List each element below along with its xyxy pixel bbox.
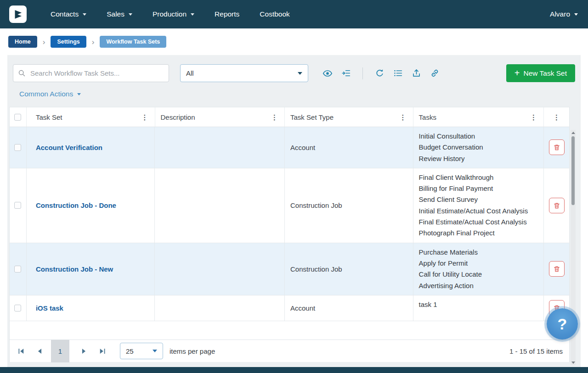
header-actions-cell: ⋮ — [544, 107, 569, 127]
export-icon[interactable] — [411, 68, 422, 79]
new-task-set-label: New Task Set — [524, 69, 567, 78]
column-menu-icon[interactable]: ⋮ — [269, 114, 280, 121]
breadcrumb-workflow-task-sets[interactable]: Workflow Task Sets — [100, 36, 166, 48]
table-row-construction-job-done: Construction Job - Done Construction Job… — [10, 168, 569, 243]
nav-item-label: Production — [153, 10, 187, 18]
column-header-task-set-type[interactable]: Task Set Type ⋮ — [285, 107, 413, 127]
first-page-button[interactable] — [15, 345, 27, 357]
current-page[interactable]: 1 — [51, 340, 69, 362]
column-header-task-set[interactable]: Task Set ⋮ — [27, 107, 155, 127]
task-set-cell: Construction Job - Done — [27, 168, 155, 243]
search-icon — [18, 69, 26, 77]
next-page-button[interactable] — [78, 345, 90, 357]
row-checkbox[interactable] — [14, 266, 21, 273]
column-title: Description — [161, 113, 195, 121]
brand-icon — [12, 8, 24, 20]
task-set-type-cell: Account — [285, 295, 413, 321]
top-navbar: Contacts Sales Production Reports Costbo… — [0, 0, 588, 28]
nav-item-sales[interactable]: Sales — [107, 10, 132, 18]
link-icon[interactable] — [429, 68, 440, 79]
task-set-cell: Account Verification — [27, 127, 155, 168]
new-task-set-button[interactable]: + New Task Set — [506, 64, 575, 82]
task-item: Final Estimate/Actual Cost Analysis — [419, 217, 531, 228]
chevron-down-icon — [191, 13, 194, 16]
page-size-dropdown[interactable]: 25 — [120, 343, 163, 359]
tasks-cell: Final Client WalkthroughBilling for Fina… — [413, 168, 544, 243]
breadcrumb-separator: › — [92, 38, 95, 46]
eye-icon[interactable] — [322, 68, 333, 79]
delete-button[interactable] — [549, 198, 565, 213]
table-row-ios-task: iOS task Account task 1 — [10, 295, 569, 321]
table-row-construction-job-new: Construction Job - New Construction Job … — [10, 243, 569, 295]
column-header-tasks[interactable]: Tasks ⋮ — [413, 107, 544, 127]
scroll-down-icon[interactable] — [571, 360, 576, 365]
page-size-value: 25 — [126, 347, 134, 355]
help-button[interactable]: ? — [547, 308, 578, 340]
task-set-link[interactable]: Account Verification — [36, 144, 102, 151]
row-checkbox-cell — [10, 168, 27, 243]
task-item: Final Client Walkthrough — [419, 172, 531, 183]
grid-menu-icon[interactable]: ⋮ — [551, 114, 562, 121]
filter-dropdown[interactable]: All — [180, 64, 308, 82]
last-page-button[interactable] — [96, 345, 108, 357]
scrollbar-thumb[interactable] — [571, 136, 575, 205]
user-name: Alvaro — [550, 10, 570, 18]
row-checkbox[interactable] — [14, 305, 21, 312]
trash-icon — [553, 265, 560, 273]
grid-header: Task Set ⋮ Description ⋮ Task Set Type ⋮… — [10, 107, 569, 127]
task-item: Send Client Survey — [419, 194, 531, 205]
delete-button[interactable] — [549, 261, 565, 277]
filter-value: All — [186, 69, 194, 77]
row-actions-cell — [544, 127, 569, 168]
nav-item-label: Contacts — [51, 10, 79, 18]
chevron-down-icon — [574, 13, 578, 16]
delete-button[interactable] — [549, 139, 565, 155]
column-title: Tasks — [419, 113, 436, 121]
search-input[interactable] — [29, 69, 164, 78]
refresh-icon[interactable] — [374, 68, 385, 79]
chevron-down-icon — [298, 72, 302, 75]
nav-item-label: Sales — [107, 10, 124, 18]
column-menu-icon[interactable]: ⋮ — [140, 114, 150, 121]
select-all-checkbox[interactable] — [14, 114, 21, 121]
common-actions-dropdown[interactable]: Common Actions — [19, 90, 81, 98]
nav-item-costbook[interactable]: Costbook — [260, 10, 289, 18]
row-actions-cell — [544, 243, 569, 295]
previous-page-button[interactable] — [34, 345, 45, 357]
row-checkbox-cell — [10, 243, 27, 295]
task-set-cell: iOS task — [27, 295, 155, 321]
nav-item-reports[interactable]: Reports — [215, 10, 239, 18]
scroll-up-icon[interactable] — [571, 130, 576, 135]
row-checkbox[interactable] — [14, 144, 21, 151]
breadcrumb-settings[interactable]: Settings — [51, 36, 86, 48]
list-view-icon[interactable] — [392, 68, 403, 79]
task-item: Call for Utility Locate — [419, 269, 531, 280]
task-set-link[interactable]: Construction Job - New — [36, 265, 113, 273]
task-set-type-cell: Construction Job — [285, 243, 413, 295]
task-item: Advertising Action — [419, 280, 531, 291]
header-checkbox-cell — [10, 107, 27, 127]
row-checkbox[interactable] — [14, 202, 21, 209]
toolbar-divider — [362, 67, 363, 79]
user-menu[interactable]: Alvaro — [550, 10, 578, 18]
task-set-link[interactable]: Construction Job - Done — [36, 201, 116, 209]
insert-column-icon[interactable] — [340, 68, 351, 79]
plus-icon: + — [514, 68, 520, 78]
task-item: Initial Estimate/Actual Cost Analysis — [419, 206, 531, 217]
task-set-link[interactable]: iOS task — [36, 304, 63, 312]
nav-item-contacts[interactable]: Contacts — [51, 10, 86, 18]
task-item: Initial Consultation — [419, 131, 531, 142]
column-title: Task Set — [36, 113, 62, 121]
column-header-description[interactable]: Description ⋮ — [155, 107, 285, 127]
column-menu-icon[interactable]: ⋮ — [398, 114, 408, 121]
breadcrumb-home[interactable]: Home — [8, 36, 37, 48]
nav-item-production[interactable]: Production — [153, 10, 194, 18]
app-logo[interactable] — [9, 6, 27, 23]
column-menu-icon[interactable]: ⋮ — [528, 114, 539, 121]
nav-item-label: Costbook — [260, 10, 289, 18]
task-item: Purchase Materials — [419, 247, 531, 258]
task-item: Apply for Permit — [419, 258, 531, 269]
description-cell — [155, 168, 285, 243]
search-box — [13, 64, 169, 82]
column-title: Task Set Type — [290, 113, 334, 121]
